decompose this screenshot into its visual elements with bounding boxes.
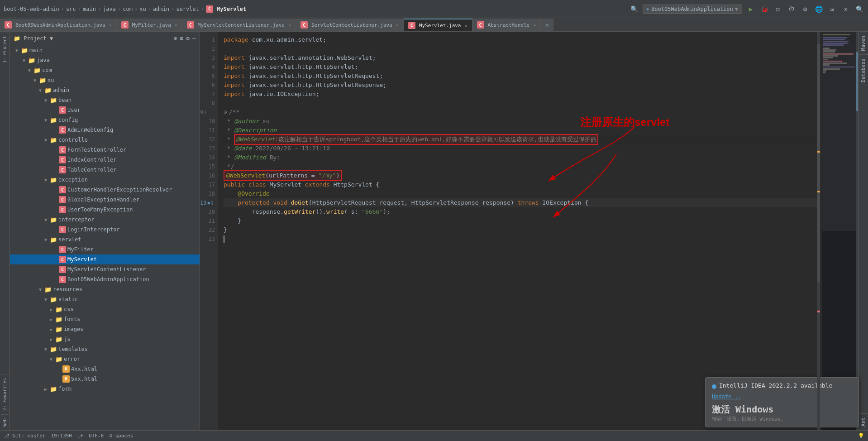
search-icon[interactable]: 🔍 <box>854 4 864 14</box>
tree-item-indexcontroller[interactable]: C IndexController <box>10 155 200 165</box>
tree-item-resources[interactable]: ▼ 📁 resources <box>10 284 200 294</box>
search-everywhere-icon[interactable]: 🔍 <box>629 4 639 14</box>
tree-item-boot05app[interactable]: C Boot05WebAdminApplication <box>10 274 200 284</box>
toolbar-right: 🔍 ▶ Boot05WebAdminApplication ▼ ▶ 🐞 ☑ ⏱ … <box>629 4 864 14</box>
vtab-project[interactable]: 1: Project <box>1 32 9 67</box>
tree-item-static[interactable]: ▼ 📁 static <box>10 294 200 304</box>
tree-item-xu[interactable]: ▼ 📁 xu <box>10 75 200 85</box>
translate-button[interactable]: 🌐 <box>814 4 824 14</box>
tree-item-customerhandler[interactable]: C CustomerHandlerExceptionResolver <box>10 185 200 195</box>
tree-item-java[interactable]: ▼ 📁 java <box>10 55 200 65</box>
sidebar-btn-hide[interactable]: — <box>192 35 196 42</box>
tab-close-btn[interactable]: ✕ <box>175 23 177 28</box>
code-line-15: */ <box>224 162 818 171</box>
status-bar: ⎇ Git: master 19:1390 LF UTF-8 4 spaces … <box>0 430 868 441</box>
run-button[interactable]: ▶ <box>746 4 756 14</box>
tab-servletcontext[interactable]: C ServletContextListener.java ✕ <box>296 19 404 31</box>
run-configuration[interactable]: ▶ Boot05WebAdminApplication ▼ <box>643 5 742 14</box>
indent-status[interactable]: 4 spaces <box>109 433 133 439</box>
tree-item-adminwebconfig[interactable]: C AdminWebConfig <box>10 125 200 135</box>
tree-item-myfilter[interactable]: C MyFilter <box>10 244 200 254</box>
tree-item-error[interactable]: ▼ 📁 error <box>10 354 200 364</box>
tab-abstracthandle[interactable]: C AbstractHandle ✕ <box>472 19 541 31</box>
tree-item-interceptor[interactable]: ▼ 📁 interceptor <box>10 215 200 225</box>
settings-button[interactable]: ⚙ <box>800 4 810 14</box>
tab-boot05[interactable]: C Boot05WebAdminApplication.java ✕ <box>0 19 117 31</box>
code-line-9: ⊙/** <box>224 108 818 117</box>
scrollbar-track[interactable] <box>817 32 820 430</box>
encoding-status[interactable]: UTF-8 <box>89 433 104 439</box>
git-status[interactable]: ⎇ Git: master <box>4 433 45 439</box>
tree-item-images[interactable]: ▶ 📁 images <box>10 324 200 334</box>
scrollbar-thumb[interactable] <box>817 43 820 283</box>
tree-item-main[interactable]: ▼ 📁 main <box>10 45 200 55</box>
tree-item-admin[interactable]: ▼ 📁 admin <box>10 85 200 95</box>
tree-item-bean[interactable]: ▼ 📁 bean <box>10 95 200 105</box>
top-bar: boot-05-web-admin › src › main › java › … <box>0 0 868 18</box>
code-line-22: } <box>224 225 818 235</box>
vtab-web[interactable]: Web <box>1 414 9 430</box>
tab-close-btn[interactable]: ✕ <box>465 23 467 28</box>
sidebar-title: 📁 Project ▼ <box>14 35 171 42</box>
tab-myservletcontent[interactable]: C MyServletContentListener.java ✕ <box>182 19 296 31</box>
tree-item-controlle[interactable]: ▼ 📁 controlle <box>10 135 200 145</box>
close-button[interactable]: ✕ <box>841 4 851 14</box>
status-right: 💡 <box>858 433 864 439</box>
tree-item-4xx[interactable]: H 4xx.html <box>10 364 200 374</box>
profile-button[interactable]: ⏱ <box>787 4 796 14</box>
line-col-status: 19:1390 <box>51 433 72 439</box>
notification-header: IntelliJ IDEA 2022.2.2 available <box>712 382 852 391</box>
right-tab-maven[interactable]: Maven <box>858 32 868 54</box>
right-tab-ant[interactable]: Ant <box>858 413 868 430</box>
project-tree[interactable]: ▼ 📁 main ▼ 📁 java ▼ 📁 com ▼ 📁 xu <box>10 45 200 430</box>
tree-item-formtestcontroller[interactable]: C FormTestController <box>10 145 200 155</box>
tree-item-5xx[interactable]: H 5xx.html <box>10 374 200 384</box>
tree-item-form[interactable]: ▶ 📁 form <box>10 384 200 394</box>
tree-item-usertoomany[interactable]: C UserTooManyException <box>10 205 200 215</box>
tree-item-fonts[interactable]: ▶ 📁 fonts <box>10 314 200 324</box>
coverage-button[interactable]: ☑ <box>773 4 783 14</box>
vtab-favorites[interactable]: 2: Favorites <box>1 374 9 414</box>
tab-close-btn[interactable]: ✕ <box>396 23 399 28</box>
tree-item-exception[interactable]: ▼ 📁 exception <box>10 175 200 185</box>
tree-item-tablecontroller[interactable]: C TableController <box>10 165 200 175</box>
update-link[interactable]: Update... <box>712 393 741 400</box>
lf-status[interactable]: LF <box>77 433 83 439</box>
breadcrumb-item[interactable]: boot-05-web-admin <box>4 6 59 12</box>
tree-item-css[interactable]: ▶ 📁 css <box>10 304 200 314</box>
tab-close-btn[interactable]: ✕ <box>533 23 536 28</box>
tab-icon: C <box>121 21 129 29</box>
tab-myfilter[interactable]: C MyFilter.java ✕ <box>117 19 182 31</box>
tree-item-config[interactable]: ▼ 📁 config <box>10 115 200 125</box>
code-line-19: protected void doGet(HttpServletRequest … <box>224 198 818 207</box>
tree-item-com[interactable]: ▼ 📁 com <box>10 65 200 75</box>
tree-item-servlet-folder[interactable]: ▼ 📁 servlet <box>10 235 200 244</box>
tree-item-myservlet[interactable]: C MyServlet <box>10 254 200 264</box>
sidebar-btn-collapse[interactable]: ≡ <box>180 35 184 42</box>
restore-button[interactable]: ⊡ <box>827 4 837 14</box>
tab-myservlet[interactable]: C MyServlet.java ✕ <box>404 19 472 31</box>
code-line-16: @WebServlet(urlPatterns = "/my") <box>224 171 818 180</box>
debug-button[interactable]: 🐞 <box>759 4 769 14</box>
tree-item-user[interactable]: C User <box>10 105 200 115</box>
code-editor[interactable]: 1 2 3 4 5 6 7 8 9⊙ 10 11 12 13 14 15 16 … <box>200 32 858 430</box>
code-line-3: import javax.servlet.annotation.WebServl… <box>224 53 818 62</box>
tree-item-myservletcontentlistener[interactable]: C MyServletContentListener <box>10 264 200 274</box>
notification-popup: IntelliJ IDEA 2022.2.2 available Update.… <box>705 377 859 427</box>
tab-icon: C <box>408 22 415 29</box>
tree-item-templates[interactable]: ▼ 📁 templates <box>10 344 200 354</box>
tab-close-btn[interactable]: ✕ <box>109 23 112 28</box>
run-config-dropdown[interactable]: ▼ <box>735 6 738 12</box>
project-tree-panel: 📁 Project ▼ ⊕ ≡ ⚙ — ▼ 📁 main ▼ 📁 java <box>10 32 200 430</box>
right-tab-database[interactable]: Database <box>858 54 868 86</box>
sidebar-btn-locate[interactable]: ⊕ <box>174 35 177 42</box>
tree-item-logininterceptor[interactable]: C LoginInterceptor <box>10 225 200 235</box>
tree-item-globalexception[interactable]: C GlobalExceptionHandler <box>10 195 200 205</box>
code-scroll[interactable]: 1 2 3 4 5 6 7 8 9⊙ 10 11 12 13 14 15 16 … <box>200 32 858 430</box>
settings-label[interactable]: 转到「设置」以激活 Windows。 <box>712 416 786 422</box>
code-content[interactable]: package com.xu.admin.servlet; import jav… <box>218 32 822 430</box>
tree-item-js[interactable]: ▶ 📁 js <box>10 334 200 344</box>
tab-m[interactable]: m <box>541 19 553 31</box>
tab-close-btn[interactable]: ✕ <box>288 23 291 28</box>
sidebar-btn-settings[interactable]: ⚙ <box>186 35 190 42</box>
